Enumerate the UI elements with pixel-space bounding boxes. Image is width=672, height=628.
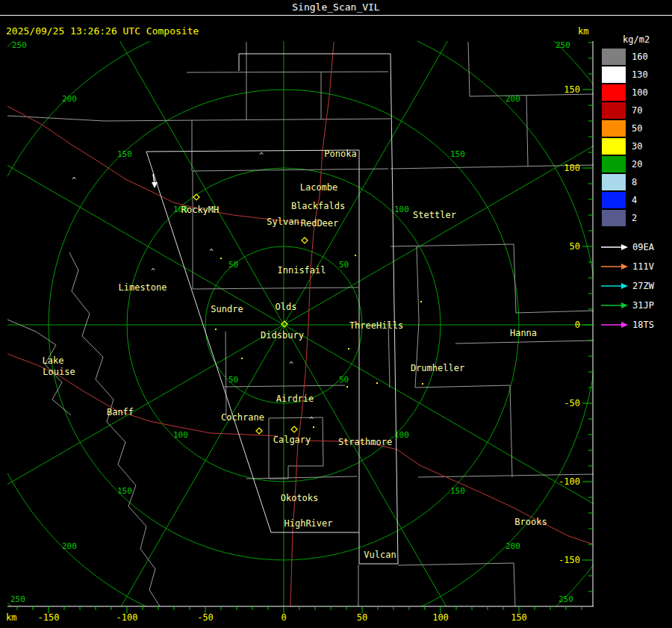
county-boundary (225, 332, 226, 418)
small-town-dot (422, 383, 423, 385)
city-label: Cochrane (221, 412, 264, 423)
colorbar-swatch (602, 138, 626, 155)
track-arrow-icon (600, 301, 629, 310)
city-label: Didsbury (261, 330, 304, 341)
bottom-axis-label: -100 (116, 612, 138, 623)
bottom-axis-label: -150 (38, 612, 60, 623)
county-boundary (526, 95, 528, 166)
county-boundary (391, 244, 594, 313)
colorbar-value: 20 (632, 159, 642, 170)
right-panel: kg/m2 16013010070503020842 09EA111V27ZW3… (597, 0, 672, 628)
ring-distance-label: 50 (228, 260, 238, 270)
ring-distance-label: 200 (62, 94, 77, 104)
ring-distance-label: 50 (339, 260, 349, 270)
ring-distance-label: 150 (450, 486, 465, 496)
track-legend-row: 18TS (600, 315, 654, 335)
bottom-axis-label: 100 (432, 612, 449, 623)
colorbar-swatch (602, 120, 626, 137)
city-label: HighRiver (284, 518, 332, 529)
colorbar-unit-label: kg/m2 (623, 34, 650, 45)
site-marker-diamond (302, 237, 308, 243)
site-marker-diamond (256, 428, 262, 434)
ring-distance-label: 250 (12, 40, 27, 50)
colorbar-entry: 130 (602, 66, 648, 84)
colorbar-swatch (602, 156, 626, 172)
colorbar-swatch (602, 210, 626, 226)
small-town-dot (376, 382, 378, 384)
ring-distance-label: 100 (173, 430, 188, 440)
track-legend-row: 27ZW (600, 276, 654, 296)
colorbar-value: 4 (632, 195, 637, 205)
bottom-axis-label: -50 (197, 612, 214, 623)
city-label: Calgary (273, 435, 311, 445)
storm-track-arrowhead (152, 182, 158, 188)
radar-scan-outline (239, 54, 398, 564)
bottom-axis-label: 0 (281, 612, 286, 623)
colorbar-swatch (602, 49, 626, 65)
colorbar-entry: 4 (602, 191, 648, 209)
county-boundary (388, 321, 390, 388)
colorbar-swatch (602, 174, 626, 190)
colorbar: 16013010070503020842 (602, 48, 648, 227)
bottom-axis-label: 50 (357, 612, 367, 623)
bottom-axis-unit-label: km (6, 612, 16, 623)
small-town-dot (313, 426, 314, 428)
ring-distance-label: 150 (117, 149, 132, 159)
right-axis-label: -50 (564, 398, 580, 408)
county-boundary (398, 563, 515, 606)
ring-distance-label: 200 (62, 541, 77, 551)
colorbar-entry: 50 (602, 119, 648, 137)
city-label: Brooks (514, 517, 547, 527)
ring-distance-label: 250 (556, 40, 570, 50)
city-label: Banff (107, 407, 134, 417)
city-label: Stettler (413, 210, 456, 220)
track-arrow-icon (600, 320, 629, 329)
radial-line (52, 325, 284, 628)
colorbar-swatch (602, 192, 626, 208)
county-boundary (69, 252, 160, 606)
track-id-label: 111V (632, 261, 654, 272)
ring-distance-label: 250 (10, 594, 25, 604)
right-axis-label: 100 (564, 163, 580, 173)
county-boundary (455, 341, 594, 343)
track-arrow-icon (600, 243, 629, 252)
peak-marker: ^ (72, 176, 76, 184)
city-label: Lacombe (300, 182, 338, 193)
city-label: Vulcan (364, 550, 396, 560)
colorbar-value: 30 (632, 141, 642, 152)
city-label: RockyMH (181, 205, 220, 215)
small-town-dot (420, 301, 422, 302)
track-arrow-icon (600, 262, 629, 271)
right-axis-label: 150 (564, 84, 580, 95)
city-label: Louise (43, 367, 75, 377)
colorbar-entry: 20 (602, 155, 648, 173)
highway-line (7, 106, 314, 224)
ring-distance-label: 50 (228, 375, 238, 385)
radar-map[interactable]: 5010015020025050100150200250501001502002… (0, 0, 672, 628)
small-town-dot (241, 358, 243, 359)
small-town-dot (355, 255, 356, 256)
colorbar-entry: 2 (602, 209, 648, 227)
city-label: Hanna (510, 328, 537, 338)
county-boundary (391, 165, 594, 169)
right-axis-label: 50 (570, 241, 580, 252)
city-label: RedDeer (301, 218, 339, 228)
colorbar-entry: 100 (602, 84, 648, 102)
colorbar-entry: 8 (602, 173, 648, 191)
peak-marker: ^ (309, 416, 314, 424)
right-axis-label: -100 (559, 476, 580, 487)
right-axis-label: 0 (575, 320, 580, 330)
track-legend-row: 09EA (600, 237, 654, 257)
city-label: Okotoks (281, 493, 319, 503)
colorbar-entry: 160 (602, 48, 648, 66)
colorbar-value: 130 (632, 69, 648, 80)
colorbar-entry: 70 (602, 102, 648, 119)
ring-distance-label: 200 (505, 94, 520, 104)
bottom-axis-label: 150 (511, 612, 527, 623)
colorbar-value: 100 (632, 87, 648, 98)
track-id-label: 09EA (632, 242, 654, 252)
city-label: Ponoka (324, 149, 356, 159)
small-town-dot (220, 258, 222, 259)
peak-marker: ^ (209, 248, 214, 256)
county-boundary (269, 417, 323, 479)
